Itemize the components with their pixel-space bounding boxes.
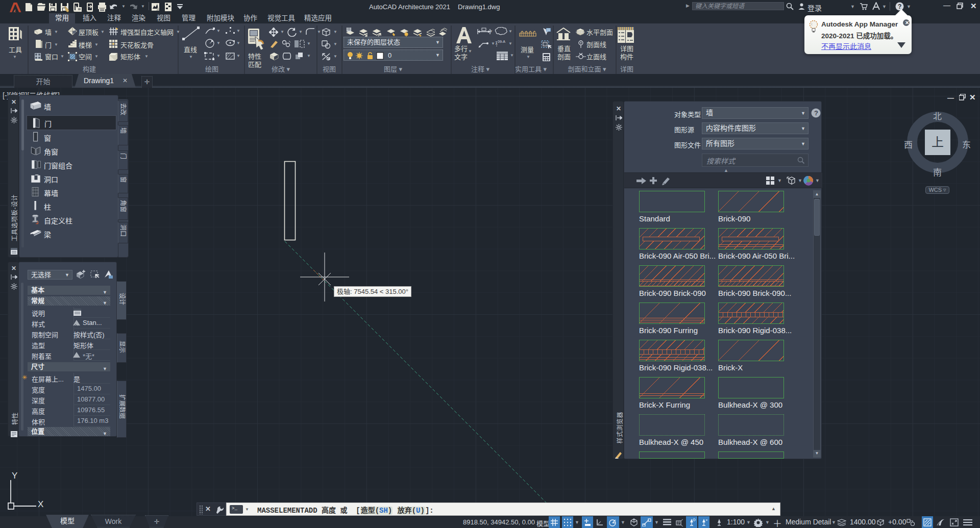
svg-text:?: ?	[814, 109, 818, 117]
svg-text:109-A: 109-A	[495, 40, 505, 45]
svg-text:X: X	[38, 499, 43, 509]
svg-text:Y: Y	[12, 471, 17, 481]
